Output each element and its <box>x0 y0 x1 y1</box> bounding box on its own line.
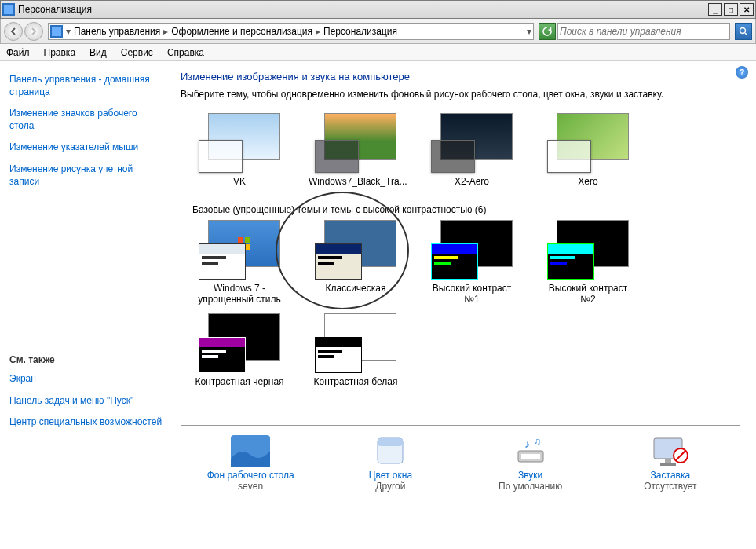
theme-label: Классическая <box>309 283 403 305</box>
sidebar-link-desktop-icons[interactable]: Изменение значков рабочего стола <box>9 108 163 132</box>
window-title: Персонализация <box>18 4 708 15</box>
svg-text:♫: ♫ <box>534 436 541 447</box>
menu-edit[interactable]: Правка <box>44 47 76 58</box>
window-color-icon <box>371 435 410 467</box>
category-label: Базовые (упрощенные) темы и темы с высок… <box>192 204 732 215</box>
chevron-down-icon[interactable]: ▾ <box>527 26 531 37</box>
menu-view[interactable]: Вид <box>89 47 107 58</box>
page-title: Изменение изображения и звука на компьют… <box>181 71 740 82</box>
help-icon[interactable]: ? <box>736 66 748 79</box>
theme-item-x2aero[interactable]: X2-Aero <box>425 113 519 198</box>
svg-rect-17 <box>665 459 671 463</box>
theme-label: Xero <box>541 176 635 198</box>
svg-rect-11 <box>378 438 403 446</box>
theme-label: Windows7_Black_Tra... <box>309 176 403 198</box>
svg-rect-1 <box>4 5 13 14</box>
main-panel: ? Изменение изображения и звука на компь… <box>173 61 756 549</box>
theme-item-vk[interactable]: VK <box>192 113 287 198</box>
theme-label: Windows 7 - упрощенный стиль <box>192 283 287 306</box>
breadcrumb-item[interactable]: Персонализация <box>323 26 397 37</box>
svg-rect-18 <box>660 463 676 466</box>
theme-item-xero[interactable]: Xero <box>541 113 635 198</box>
minimize-button[interactable]: _ <box>708 3 722 16</box>
bottom-value: По умолчанию <box>472 481 590 492</box>
refresh-button[interactable] <box>539 23 556 40</box>
search-box[interactable] <box>557 23 730 40</box>
theme-row-basic: Windows 7 - упрощенный стиль Классическа… <box>192 220 732 306</box>
svg-point-4 <box>740 27 746 33</box>
theme-item-classic[interactable]: Классическая <box>309 220 403 306</box>
bottom-item-screensaver[interactable]: Заставка Отсутствует <box>612 435 729 492</box>
breadcrumb-icon <box>50 25 63 38</box>
svg-rect-6 <box>245 237 250 243</box>
desktop-background-icon <box>231 435 270 467</box>
breadcrumb-item[interactable]: Оформление и персонализация <box>171 26 312 37</box>
screensaver-icon <box>651 435 690 467</box>
sidebar: Панель управления - домашняя страница Из… <box>0 61 173 549</box>
breadcrumb-item[interactable]: Панель управления <box>74 26 160 37</box>
page-subtitle: Выберите тему, чтобы одновременно измени… <box>181 89 740 100</box>
menu-tools[interactable]: Сервис <box>121 47 153 58</box>
maximize-button[interactable]: □ <box>724 3 738 16</box>
bottom-bar: Фон рабочего стола seven Цвет окна Друго… <box>181 435 740 492</box>
theme-row-basic-2: Контрастная черная Контрастная белая <box>192 313 732 398</box>
svg-rect-5 <box>238 237 243 243</box>
chevron-right-icon: ▸ <box>163 26 168 37</box>
theme-label: Контрастная черная <box>192 376 287 398</box>
sidebar-link-taskbar[interactable]: Панель задач и меню "Пуск" <box>9 395 163 408</box>
breadcrumb[interactable]: ▾ Панель управления ▸ Оформление и персо… <box>48 23 534 40</box>
themes-list: VK Windows7_Black_Tra... X2-Aero Xero Ба… <box>181 108 740 426</box>
bottom-item-sounds[interactable]: ♪♫ Звуки По умолчанию <box>472 435 590 492</box>
theme-label: X2-Aero <box>425 176 519 198</box>
chevron-down-icon[interactable]: ▾ <box>66 26 71 37</box>
bottom-item-window-color[interactable]: Цвет окна Другой <box>331 435 449 492</box>
svg-rect-3 <box>52 27 61 36</box>
forward-button[interactable] <box>24 22 43 41</box>
theme-item-win7black[interactable]: Windows7_Black_Tra... <box>309 113 403 198</box>
theme-label: Высокий контраст №1 <box>425 283 519 306</box>
theme-item-hc2[interactable]: Высокий контраст №2 <box>541 220 635 306</box>
theme-item-win7basic[interactable]: Windows 7 - упрощенный стиль <box>192 220 287 306</box>
sidebar-link-home[interactable]: Панель управления - домашняя страница <box>9 74 163 98</box>
theme-label: Высокий контраст №2 <box>541 283 635 306</box>
see-also-header: См. также <box>9 354 163 365</box>
sounds-icon: ♪♫ <box>511 435 550 467</box>
bottom-value: Другой <box>331 481 449 492</box>
bottom-label: Звуки <box>472 470 590 481</box>
bottom-value: seven <box>192 481 309 492</box>
back-button[interactable] <box>4 22 23 41</box>
bottom-label: Фон рабочего стола <box>192 470 309 481</box>
menu-help[interactable]: Справка <box>167 47 204 58</box>
bottom-value: Отсутствует <box>612 481 729 492</box>
sidebar-link-ease[interactable]: Центр специальных возможностей <box>9 416 163 429</box>
theme-item-hc1[interactable]: Высокий контраст №1 <box>425 220 519 306</box>
nav-bar: ▾ Панель управления ▸ Оформление и персо… <box>0 19 756 44</box>
theme-label: VK <box>192 176 287 198</box>
sidebar-link-display[interactable]: Экран <box>9 373 163 386</box>
search-input[interactable] <box>560 26 728 37</box>
bottom-label: Цвет окна <box>331 470 449 481</box>
close-button[interactable]: ✕ <box>740 3 754 16</box>
svg-rect-13 <box>521 454 540 459</box>
search-button[interactable] <box>735 23 752 40</box>
theme-row-aero: VK Windows7_Black_Tra... X2-Aero Xero <box>192 113 732 198</box>
svg-rect-8 <box>245 244 250 250</box>
titlebar: Персонализация _ □ ✕ <box>0 0 756 19</box>
theme-label: Контрастная белая <box>309 376 403 398</box>
chevron-right-icon: ▸ <box>316 26 320 37</box>
sidebar-link-account-picture[interactable]: Изменение рисунка учетной записи <box>9 163 163 188</box>
app-icon <box>2 3 15 16</box>
sidebar-link-mouse-pointers[interactable]: Изменение указателей мыши <box>9 141 163 154</box>
menu-file[interactable]: Файл <box>6 47 30 58</box>
category-label-text: Базовые (упрощенные) темы и темы с высок… <box>192 204 486 215</box>
theme-item-hcwhite[interactable]: Контрастная белая <box>309 313 403 398</box>
bottom-label: Заставка <box>612 470 729 481</box>
menu-bar: Файл Правка Вид Сервис Справка <box>0 44 756 61</box>
svg-text:♪: ♪ <box>524 437 530 450</box>
bottom-item-background[interactable]: Фон рабочего стола seven <box>192 435 309 492</box>
theme-item-hcblack[interactable]: Контрастная черная <box>192 313 287 398</box>
